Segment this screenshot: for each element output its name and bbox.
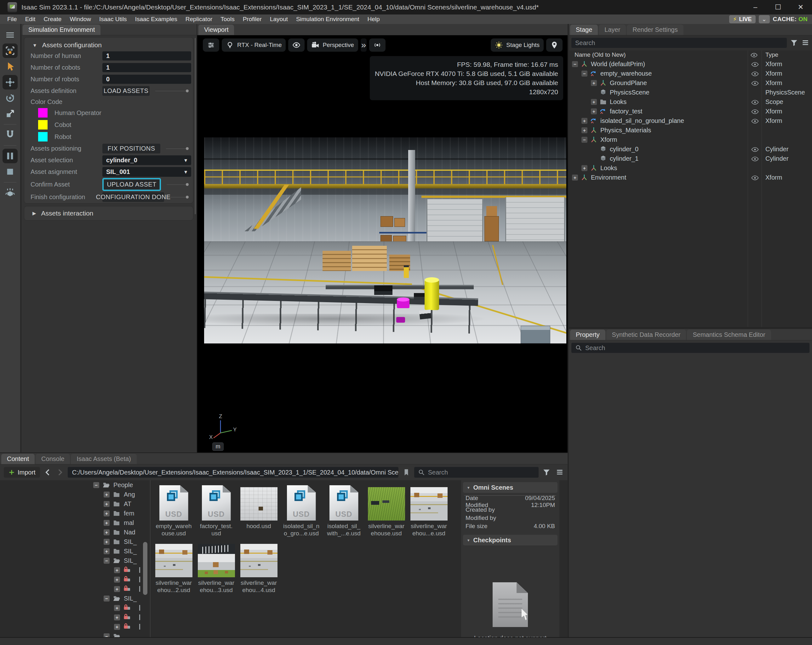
tab-synthetic-data-recorder[interactable]: Synthetic Data Recorder bbox=[606, 330, 686, 340]
stage-row[interactable]: +Physics_Materials bbox=[569, 125, 812, 135]
property-search-input[interactable]: Search bbox=[571, 343, 809, 353]
collapse-icon[interactable]: − bbox=[104, 558, 110, 564]
file-item[interactable]: USDfactory_test. usd bbox=[195, 483, 238, 537]
physics-drop-tool-button[interactable] bbox=[3, 186, 18, 200]
camera-button[interactable]: Perspective bbox=[307, 38, 358, 52]
folder-tree-row[interactable]: +SIL_ bbox=[0, 546, 150, 556]
load-assets-button[interactable]: LOAD ASSETS bbox=[102, 86, 150, 96]
select-tool-button[interactable] bbox=[3, 59, 18, 74]
file-item[interactable]: silverline_war ehou...3.usd bbox=[195, 540, 238, 594]
file-item[interactable]: hood.usd bbox=[238, 483, 280, 537]
stage-row[interactable]: −Xform bbox=[569, 135, 812, 144]
visibility-eye-icon[interactable] bbox=[751, 61, 759, 67]
expand-icon[interactable]: + bbox=[104, 520, 110, 526]
scale-tool-button[interactable] bbox=[3, 107, 18, 121]
viewport-settings-button[interactable] bbox=[203, 38, 219, 52]
folder-tree-row[interactable]: +Nad bbox=[0, 527, 150, 537]
omni-scenes-section-header[interactable]: ▾ Omni Scenes bbox=[463, 482, 557, 493]
expand-icon[interactable]: + bbox=[582, 118, 588, 124]
expand-icon[interactable]: + bbox=[114, 577, 120, 582]
snap-tool-button[interactable] bbox=[3, 128, 18, 142]
stage-row[interactable]: +isolated_sil_no_ground_planeXform bbox=[569, 116, 812, 125]
fix-positions-button[interactable]: FIX POSITIONS bbox=[102, 144, 160, 153]
assets-interaction-header[interactable]: ▶ Assets interaction bbox=[24, 206, 193, 220]
sim-panel-scrollbar[interactable] bbox=[195, 38, 196, 214]
folder-tree-row[interactable]: − bbox=[0, 631, 150, 637]
stage-row[interactable]: +factory_testXform bbox=[569, 107, 812, 116]
warehouse-render[interactable] bbox=[204, 138, 566, 344]
expand-icon[interactable]: + bbox=[104, 501, 110, 507]
expand-icon[interactable]: + bbox=[114, 614, 120, 621]
column-type-label[interactable]: Type bbox=[765, 51, 778, 58]
visibility-eye-icon[interactable] bbox=[751, 156, 759, 161]
bookmark-icon[interactable] bbox=[402, 468, 411, 477]
stage-row[interactable]: +cylinder_1Cylinder bbox=[569, 154, 812, 163]
expand-icon[interactable]: + bbox=[114, 605, 120, 611]
visibility-eye-icon[interactable] bbox=[751, 175, 759, 180]
file-item[interactable]: USDisolated_sil_n o_gro...e.usd bbox=[280, 483, 322, 537]
renderer-button[interactable]: RTX - Real-Time bbox=[222, 38, 286, 52]
stage-row[interactable]: +EnvironmentXform bbox=[569, 173, 812, 182]
upload-asset-button[interactable]: UPLOAD ASSET bbox=[104, 180, 159, 190]
expand-icon[interactable]: + bbox=[104, 510, 110, 517]
tab-simulation-environment[interactable]: Simulation Environment bbox=[23, 24, 101, 35]
menu-simulation-environment[interactable]: Simulation Environment bbox=[292, 14, 363, 24]
tab-viewport[interactable]: Viewport bbox=[198, 24, 234, 35]
options-icon[interactable] bbox=[556, 468, 564, 477]
file-item[interactable]: USDempty_wareh ouse.usd bbox=[153, 483, 195, 537]
number-of-cobots-input[interactable]: 1 bbox=[102, 63, 191, 72]
path-breadcrumb[interactable]: C:/Users/Angela/Desktop/User_Extensions/… bbox=[68, 467, 398, 478]
collapse-icon[interactable]: − bbox=[104, 596, 110, 602]
visibility-eye-icon[interactable] bbox=[751, 80, 759, 86]
stage-search-input[interactable]: Search bbox=[571, 38, 787, 48]
units-indicator[interactable]: m bbox=[212, 442, 224, 451]
selection-mode-tool-button[interactable] bbox=[3, 43, 18, 58]
live-button[interactable]: ⚡ LIVE bbox=[729, 15, 756, 23]
stage-row[interactable]: +Looks bbox=[569, 163, 812, 173]
tab-layer[interactable]: Layer bbox=[599, 24, 626, 35]
visibility-button[interactable] bbox=[288, 38, 305, 52]
folder-tree-row[interactable]: +fem bbox=[0, 509, 150, 518]
collapse-icon[interactable]: − bbox=[582, 70, 588, 76]
expand-icon[interactable]: + bbox=[591, 80, 597, 86]
menu-edit[interactable]: Edit bbox=[21, 14, 40, 24]
content-search-input[interactable]: Search bbox=[414, 467, 539, 478]
tab-isaac-assets[interactable]: Isaac Assets (Beta) bbox=[71, 454, 136, 464]
expand-icon[interactable]: + bbox=[591, 109, 597, 115]
folder-tree-row[interactable]: +Ang bbox=[0, 490, 150, 499]
forward-button[interactable] bbox=[56, 468, 64, 477]
expand-icon[interactable]: + bbox=[582, 127, 588, 133]
stop-tool-button[interactable] bbox=[3, 165, 18, 179]
number-of-human-input[interactable]: 1 bbox=[102, 51, 191, 61]
fix-positions-slider[interactable] bbox=[166, 148, 188, 149]
configuration-done-button[interactable]: CONFIGURATION DONE bbox=[102, 192, 164, 202]
tab-stage[interactable]: Stage bbox=[570, 24, 598, 35]
close-button[interactable]: ✕ bbox=[789, 0, 812, 14]
folder-tree-row[interactable]: −SIL_ bbox=[0, 556, 150, 565]
assets-configuration-header[interactable]: ▼ Assets configuration bbox=[24, 38, 193, 50]
folder-tree-row[interactable]: +AT bbox=[0, 499, 150, 509]
maximize-button[interactable]: ☐ bbox=[767, 0, 789, 14]
tree-scrollbar[interactable] bbox=[143, 542, 147, 595]
asset-assignment-dropdown[interactable]: SIL_001 ▼ bbox=[102, 167, 191, 177]
collapse-icon[interactable]: − bbox=[572, 61, 578, 67]
folder-tree-row[interactable]: + bbox=[0, 565, 150, 575]
folder-tree-row[interactable]: + bbox=[0, 575, 150, 584]
filter-icon[interactable] bbox=[542, 468, 551, 477]
load-assets-slider[interactable] bbox=[155, 91, 188, 92]
menu-help[interactable]: Help bbox=[363, 14, 384, 24]
collapse-icon[interactable]: − bbox=[93, 482, 99, 488]
menu-isaac-utils[interactable]: Isaac Utils bbox=[95, 14, 131, 24]
folder-tree-row[interactable]: + bbox=[0, 613, 150, 622]
asset-selection-dropdown[interactable]: cylinder_0 ▼ bbox=[102, 155, 191, 165]
file-item[interactable]: silverline_war ehou...2.usd bbox=[153, 540, 195, 594]
light-pin-button[interactable] bbox=[546, 38, 563, 52]
file-item[interactable]: silverline_war ehou...4.usd bbox=[238, 540, 280, 594]
expand-icon[interactable]: + bbox=[104, 529, 110, 535]
expand-icon[interactable]: + bbox=[104, 548, 110, 554]
visibility-column-icon[interactable] bbox=[750, 52, 758, 57]
visibility-eye-icon[interactable] bbox=[751, 109, 759, 114]
move-tool-button[interactable] bbox=[3, 75, 18, 90]
expand-icon[interactable]: + bbox=[114, 586, 120, 592]
expand-icon[interactable]: + bbox=[591, 99, 597, 105]
